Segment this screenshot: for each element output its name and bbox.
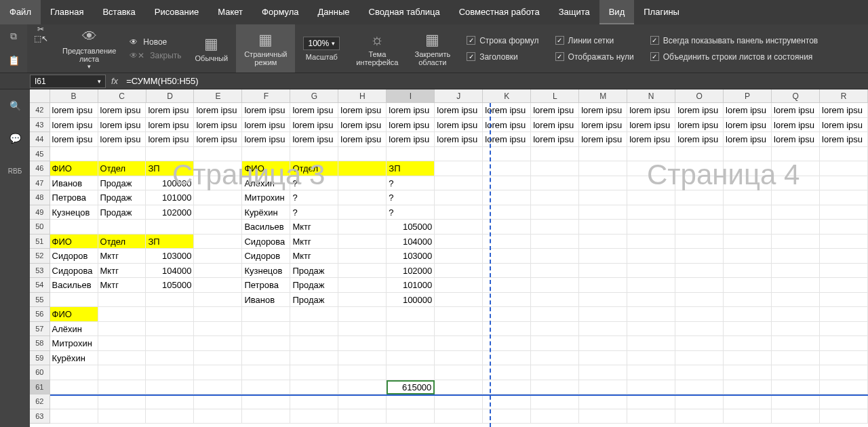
select-icon[interactable]: ⬚↖ bbox=[34, 34, 48, 43]
cell-G61[interactable] bbox=[290, 380, 338, 395]
cell-E54[interactable] bbox=[194, 278, 242, 293]
cell-O60[interactable] bbox=[675, 365, 724, 380]
cell-O45[interactable] bbox=[675, 147, 724, 162]
cell-J47[interactable] bbox=[435, 176, 483, 191]
cell-Q56[interactable] bbox=[772, 307, 820, 322]
col-header-D[interactable]: D bbox=[146, 89, 195, 102]
cell-E57[interactable] bbox=[194, 322, 242, 337]
cell-K60[interactable] bbox=[483, 365, 531, 380]
cell-D50[interactable] bbox=[146, 220, 194, 235]
menu-вставка[interactable]: Вставка bbox=[93, 0, 144, 24]
theme-button[interactable]: ☼ Тема интерфейса bbox=[348, 24, 406, 73]
cell-F59[interactable] bbox=[242, 351, 290, 366]
cell-G59[interactable] bbox=[290, 351, 338, 366]
row-header-58[interactable]: 58 bbox=[30, 336, 50, 351]
paste-icon[interactable]: 📋 bbox=[1, 49, 26, 73]
cell-K57[interactable] bbox=[483, 322, 531, 337]
cell-M49[interactable] bbox=[579, 205, 627, 220]
cell-Q49[interactable] bbox=[772, 205, 820, 220]
cell-B58[interactable]: Митрохин bbox=[50, 336, 98, 351]
cell-C49[interactable]: Продаж bbox=[98, 205, 146, 220]
cell-F56[interactable] bbox=[242, 307, 290, 322]
cell-L46[interactable] bbox=[531, 161, 579, 176]
cell-G44[interactable]: lorem ipsu bbox=[290, 132, 338, 147]
cell-M62[interactable] bbox=[579, 394, 627, 409]
cell-B59[interactable]: Курёхин bbox=[50, 351, 98, 366]
cell-O43[interactable]: lorem ipsu bbox=[675, 118, 724, 133]
cell-N50[interactable] bbox=[627, 220, 675, 235]
cell-O42[interactable]: lorem ipsu bbox=[675, 103, 724, 118]
cell-P48[interactable] bbox=[724, 190, 772, 205]
cell-R48[interactable] bbox=[820, 190, 868, 205]
cell-H53[interactable] bbox=[338, 264, 387, 279]
cell-E59[interactable] bbox=[194, 351, 242, 366]
cell-R52[interactable] bbox=[820, 249, 868, 264]
cell-L53[interactable] bbox=[531, 264, 579, 279]
cell-J49[interactable] bbox=[435, 205, 483, 220]
cell-O63[interactable] bbox=[675, 409, 724, 424]
cell-L49[interactable] bbox=[531, 205, 579, 220]
cell-Q60[interactable] bbox=[772, 365, 820, 380]
cell-F51[interactable]: Сидорова bbox=[242, 235, 290, 249]
cell-G56[interactable] bbox=[290, 307, 338, 322]
cell-M63[interactable] bbox=[579, 409, 627, 424]
menu-данные[interactable]: Данные bbox=[309, 0, 359, 24]
row-header-47[interactable]: 47 bbox=[30, 176, 50, 191]
cell-F46[interactable]: ФИО bbox=[242, 161, 290, 176]
cell-F48[interactable]: Митрохин bbox=[242, 190, 290, 205]
row-header-61[interactable]: 61 bbox=[30, 380, 50, 395]
cell-D54[interactable]: 105000 bbox=[146, 278, 194, 293]
cell-K63[interactable] bbox=[483, 409, 531, 424]
cell-L44[interactable]: lorem ipsu bbox=[531, 132, 579, 147]
cell-H56[interactable] bbox=[338, 307, 387, 322]
cell-N51[interactable] bbox=[627, 235, 675, 249]
cell-reference-box[interactable]: I61▾ bbox=[30, 75, 106, 88]
cell-C48[interactable]: Продаж bbox=[98, 190, 146, 205]
cell-B55[interactable] bbox=[50, 293, 98, 308]
cell-F52[interactable]: Сидоров bbox=[242, 249, 290, 264]
cell-Q53[interactable] bbox=[772, 264, 820, 279]
menu-формула[interactable]: Формула bbox=[252, 0, 308, 24]
cell-J43[interactable]: lorem ipsu bbox=[435, 118, 483, 133]
cell-R50[interactable] bbox=[820, 220, 868, 235]
cell-C63[interactable] bbox=[98, 409, 146, 424]
cell-B60[interactable] bbox=[50, 365, 98, 380]
cell-K58[interactable] bbox=[483, 336, 531, 351]
cell-J58[interactable] bbox=[435, 336, 483, 351]
cell-C47[interactable]: Продаж bbox=[98, 176, 146, 191]
cell-G63[interactable] bbox=[290, 409, 338, 424]
cell-R47[interactable] bbox=[820, 176, 868, 191]
cell-N59[interactable] bbox=[627, 351, 675, 366]
cell-C62[interactable] bbox=[98, 394, 146, 409]
cell-N54[interactable] bbox=[627, 278, 675, 293]
cell-P47[interactable] bbox=[724, 176, 772, 191]
cell-L59[interactable] bbox=[531, 351, 579, 366]
cell-C57[interactable] bbox=[98, 322, 146, 337]
cell-R58[interactable] bbox=[820, 336, 868, 351]
cell-H61[interactable] bbox=[338, 380, 387, 395]
cell-F54[interactable]: Петрова bbox=[242, 278, 290, 293]
cell-I60[interactable] bbox=[387, 365, 435, 380]
cell-H46[interactable] bbox=[338, 161, 387, 176]
cell-L58[interactable] bbox=[531, 336, 579, 351]
cell-D63[interactable] bbox=[146, 409, 194, 424]
cell-I54[interactable]: 101000 bbox=[387, 278, 435, 293]
row-header-54[interactable]: 54 bbox=[30, 278, 50, 293]
cell-G60[interactable] bbox=[290, 365, 338, 380]
cell-G62[interactable] bbox=[290, 394, 338, 409]
cell-K52[interactable] bbox=[483, 249, 531, 264]
cell-B51[interactable]: ФИО bbox=[50, 235, 98, 249]
cell-R44[interactable]: lorem ipsu bbox=[820, 132, 868, 147]
cell-M45[interactable] bbox=[579, 147, 627, 162]
cell-H62[interactable] bbox=[338, 394, 387, 409]
cell-J45[interactable] bbox=[435, 147, 483, 162]
row-header-63[interactable]: 63 bbox=[30, 409, 50, 424]
check-gridlines[interactable]: ✓Линии сетки bbox=[555, 36, 634, 45]
cell-J56[interactable] bbox=[435, 307, 483, 322]
cell-E51[interactable] bbox=[194, 235, 242, 249]
check-always-toolbar[interactable]: ✓Всегда показывать панель инструментов bbox=[650, 36, 818, 45]
cell-O55[interactable] bbox=[675, 293, 724, 308]
cell-E60[interactable] bbox=[194, 365, 242, 380]
cell-E55[interactable] bbox=[194, 293, 242, 308]
cell-Q48[interactable] bbox=[772, 190, 820, 205]
